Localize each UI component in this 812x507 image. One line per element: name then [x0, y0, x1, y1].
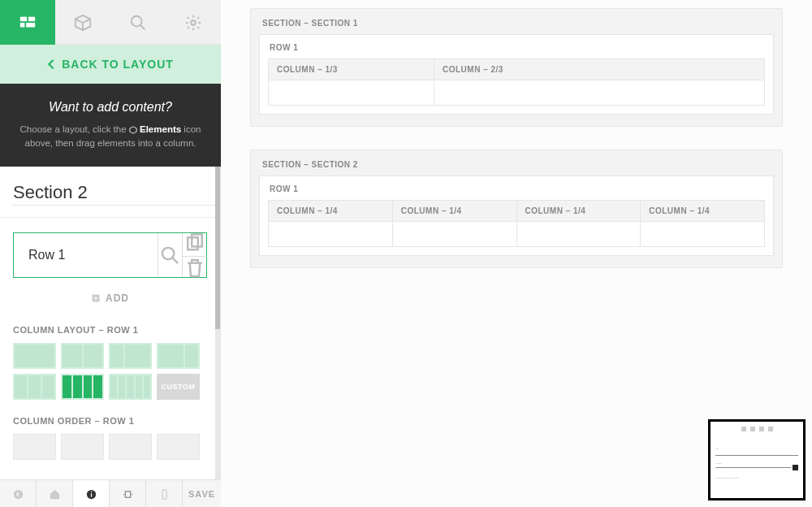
canvas-section[interactable]: SECTION – SECTION 1ROW 1COLUMN – 1/3COLU… — [250, 8, 783, 127]
back-label: BACK TO LAYOUT — [62, 58, 174, 71]
tab-inspector[interactable] — [110, 0, 166, 45]
back-to-layout-button[interactable]: BACK TO LAYOUT — [0, 45, 221, 84]
canvas-column-label: COLUMN – 1/3 — [269, 59, 434, 80]
row-delete-button[interactable] — [183, 256, 207, 279]
svg-point-14 — [13, 489, 22, 498]
order-option[interactable] — [61, 434, 104, 460]
canvas-column[interactable]: COLUMN – 2/3 — [434, 58, 765, 106]
phone-icon — [158, 488, 171, 500]
canvas-row-label: ROW 1 — [268, 184, 765, 200]
sidebar-scrollbar-thumb[interactable] — [215, 167, 220, 329]
canvas-column-label: COLUMN – 2/3 — [434, 59, 764, 80]
bottom-toolbar: SAVE — [0, 479, 221, 507]
canvas-column[interactable]: COLUMN – 1/4 — [392, 200, 517, 247]
layout-option[interactable] — [61, 374, 104, 400]
canvas-column-body[interactable] — [641, 222, 764, 246]
add-row-button[interactable]: ADD — [0, 284, 220, 318]
canvas-row[interactable]: ROW 1COLUMN – 1/4COLUMN – 1/4COLUMN – 1/… — [259, 176, 774, 256]
canvas-section-label: SECTION – SECTION 2 — [259, 158, 774, 176]
top-tabs — [0, 0, 221, 45]
row-label: Row 1 — [14, 233, 158, 277]
add-label: ADD — [106, 292, 129, 304]
section-header — [0, 167, 220, 218]
plus-square-icon — [91, 293, 101, 303]
magnify-icon — [129, 14, 147, 32]
gear-icon — [184, 14, 202, 32]
canvas-column-body[interactable] — [269, 80, 434, 105]
canvas-column-label: COLUMN – 1/4 — [517, 201, 641, 222]
svg-rect-18 — [125, 491, 130, 497]
canvas-column-body[interactable] — [393, 222, 516, 246]
canvas-section-label: SECTION – SECTION 1 — [259, 17, 774, 34]
layout-options: CUSTOM — [0, 341, 220, 410]
tooltip-title: Want to add content? — [12, 100, 209, 115]
home-icon — [49, 488, 61, 500]
canvas-column[interactable]: COLUMN – 1/3 — [268, 58, 434, 106]
canvas-column[interactable]: COLUMN – 1/4 — [640, 200, 765, 247]
home-button[interactable] — [37, 480, 73, 507]
tab-settings[interactable] — [166, 0, 221, 45]
svg-rect-19 — [162, 489, 166, 498]
order-option[interactable] — [13, 434, 56, 460]
canvas-column-body[interactable] — [269, 222, 392, 246]
svg-rect-17 — [90, 491, 91, 492]
help-tooltip: Want to add content? Choose a layout, cl… — [0, 84, 221, 167]
save-button[interactable]: SAVE — [183, 480, 221, 507]
canvas-column-body[interactable] — [434, 80, 764, 105]
canvas-section[interactable]: SECTION – SECTION 2ROW 1COLUMN – 1/4COLU… — [250, 150, 783, 268]
column-layout-label: COLUMN LAYOUT – ROW 1 — [0, 318, 220, 341]
info-button[interactable] — [73, 480, 110, 507]
svg-line-5 — [140, 24, 145, 29]
layout-option[interactable] — [109, 374, 152, 400]
layout-option[interactable] — [109, 343, 152, 369]
tooltip-text: Choose a layout, click the Elements icon… — [12, 123, 209, 151]
info-icon — [85, 488, 97, 500]
canvas-row[interactable]: ROW 1COLUMN – 1/3COLUMN – 2/3 — [259, 34, 774, 115]
tab-elements[interactable] — [55, 0, 110, 45]
sidebar-scrollbar[interactable] — [215, 167, 220, 479]
arrow-left-circle-icon — [12, 488, 24, 500]
cube-icon — [74, 14, 92, 32]
expand-horizontal-icon — [122, 488, 134, 500]
row-duplicate-button[interactable] — [183, 233, 207, 256]
tab-layout[interactable] — [0, 0, 55, 45]
svg-rect-2 — [20, 23, 25, 28]
sidebar: Row 1 ADD COLUMN LAYOUT – ROW 1 CUSTOM C… — [0, 167, 221, 479]
row-search-button[interactable] — [158, 233, 182, 277]
canvas-column-body[interactable] — [517, 222, 641, 246]
section-title-input[interactable] — [13, 182, 221, 206]
svg-point-4 — [132, 15, 142, 26]
mobile-preview-button[interactable] — [146, 480, 183, 507]
row-item[interactable]: Row 1 — [13, 232, 207, 278]
canvas-column[interactable]: COLUMN – 1/4 — [268, 200, 393, 247]
svg-rect-3 — [26, 23, 35, 28]
cube-icon — [129, 126, 137, 134]
layout-option-custom[interactable]: CUSTOM — [157, 374, 200, 400]
trash-icon — [183, 256, 207, 280]
layout-option[interactable] — [13, 343, 56, 369]
magnify-icon — [158, 244, 182, 267]
canvas-column-label: COLUMN – 1/4 — [393, 201, 516, 222]
svg-rect-0 — [20, 16, 27, 21]
layout-option[interactable] — [61, 343, 104, 369]
svg-rect-1 — [28, 16, 35, 21]
order-option[interactable] — [109, 434, 152, 460]
bricks-icon — [19, 14, 37, 32]
svg-rect-16 — [90, 493, 91, 496]
chevron-left-icon — [47, 58, 55, 70]
layout-option[interactable] — [13, 374, 56, 400]
order-options — [0, 432, 220, 462]
canvas-row-label: ROW 1 — [268, 43, 765, 58]
column-order-label: COLUMN ORDER – ROW 1 — [0, 410, 220, 432]
minimap[interactable]: — —— ———— ——— — [708, 419, 806, 500]
canvas-column-label: COLUMN – 1/4 — [269, 201, 392, 222]
order-option[interactable] — [157, 434, 200, 460]
canvas-column[interactable]: COLUMN – 1/4 — [516, 200, 641, 247]
history-back-button[interactable] — [0, 480, 37, 507]
canvas-column-label: COLUMN – 1/4 — [641, 201, 764, 222]
svg-point-6 — [191, 20, 196, 25]
svg-line-10 — [172, 257, 178, 262]
copy-icon — [183, 232, 207, 257]
fullwidth-button[interactable] — [110, 480, 146, 507]
layout-option[interactable] — [157, 343, 200, 369]
